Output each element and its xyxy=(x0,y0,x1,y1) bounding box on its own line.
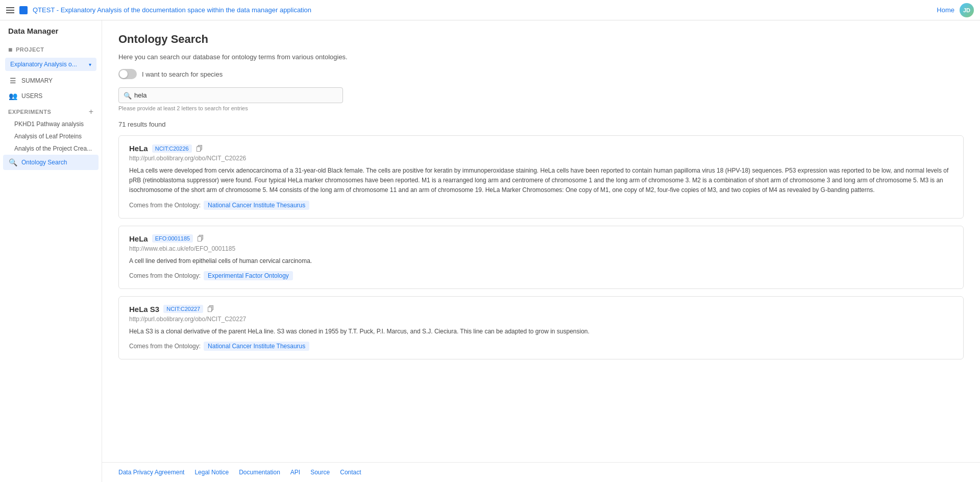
result-description-0: HeLa cells were developed from cervix ad… xyxy=(129,166,953,196)
result-url-1: http://www.ebi.ac.uk/efo/EFO_0001185 xyxy=(129,245,953,252)
search-icon: 🔍 xyxy=(124,91,132,99)
search-hint: Please provide at least 2 letters to sea… xyxy=(118,105,964,111)
sidebar: Data Manager ■ PROJECT Explanatory Analy… xyxy=(0,20,102,482)
ontology-link-2[interactable]: National Cancer Institute Thesaurus xyxy=(204,342,309,351)
result-name-1: HeLa xyxy=(129,234,148,243)
footer-link-3[interactable]: API xyxy=(290,469,300,476)
ontology-link-1[interactable]: Experimental Factor Ontology xyxy=(204,271,293,280)
app-title: Data Manager xyxy=(0,27,102,41)
layout: Data Manager ■ PROJECT Explanatory Analy… xyxy=(0,20,980,482)
search-icon: 🔍 xyxy=(8,158,17,166)
species-toggle[interactable] xyxy=(118,69,137,79)
home-link[interactable]: Home xyxy=(937,6,954,14)
sidebar-item-pkhd1[interactable]: PKHD1 Pathway analysis xyxy=(0,118,102,130)
ontology-prefix-2: Comes from the Ontology: xyxy=(129,343,201,350)
footer-link-0[interactable]: Data Privacy Agreement xyxy=(118,469,184,476)
avatar[interactable]: JD xyxy=(960,3,974,17)
search-box-wrap: 🔍 xyxy=(118,87,964,103)
add-experiment-button[interactable]: + xyxy=(89,108,93,116)
footer-link-2[interactable]: Documentation xyxy=(239,469,280,476)
result-name-0: HeLa xyxy=(129,144,148,153)
result-card-0: HeLa NCIT:C20226 🗍 http://purl.obolibrar… xyxy=(118,135,964,219)
footer-link-4[interactable]: Source xyxy=(310,469,330,476)
toggle-label: I want to search for species xyxy=(142,70,223,78)
page-title: Ontology Search xyxy=(118,33,964,46)
document-icon xyxy=(19,6,28,14)
result-card-2: HeLa S3 NCIT:C20227 🗍 http://purl.obolib… xyxy=(118,296,964,359)
sidebar-item-ontology-search[interactable]: 🔍 Ontology Search xyxy=(3,155,99,170)
result-card-header-1: HeLa EFO:0001185 🗍 xyxy=(129,234,953,243)
result-badge-2[interactable]: NCIT:C20227 xyxy=(163,305,203,313)
page-description: Here you can search our database for ont… xyxy=(118,53,964,61)
result-card-header-2: HeLa S3 NCIT:C20227 🗍 xyxy=(129,305,953,314)
results-count: 71 results found xyxy=(118,120,964,128)
result-url-0: http://purl.obolibrary.org/obo/NCIT_C202… xyxy=(129,155,953,162)
result-ontology-row-1: Comes from the Ontology: Experimental Fa… xyxy=(129,271,953,280)
sidebar-item-leaf-proteins[interactable]: Analysis of Leaf Proteins xyxy=(0,130,102,142)
hamburger-icon[interactable] xyxy=(6,7,14,13)
result-badge-0[interactable]: NCIT:C20226 xyxy=(152,144,192,153)
result-ontology-row-0: Comes from the Ontology: National Cancer… xyxy=(129,201,953,210)
chevron-down-icon: ▾ xyxy=(89,62,91,67)
topbar-title: QTEST - Explanatory Analysis of the docu… xyxy=(33,6,932,14)
footer: Data Privacy Agreement Legal Notice Docu… xyxy=(102,462,980,482)
project-selector[interactable]: Explanatory Analysis o... ▾ xyxy=(5,58,96,71)
project-name: Explanatory Analysis o... xyxy=(10,61,77,68)
toggle-knob xyxy=(119,70,128,78)
search-input[interactable] xyxy=(118,87,343,103)
result-ontology-row-2: Comes from the Ontology: National Cancer… xyxy=(129,342,953,351)
result-card-header-0: HeLa NCIT:C20226 🗍 xyxy=(129,144,953,153)
sidebar-item-project-crea[interactable]: Analyis of the Project Crea... xyxy=(0,142,102,155)
result-badge-1[interactable]: EFO:0001185 xyxy=(152,234,193,243)
main-content: Ontology Search Here you can search our … xyxy=(102,20,980,462)
species-toggle-row: I want to search for species xyxy=(118,69,964,79)
sidebar-item-users[interactable]: 👥 USERS xyxy=(0,88,102,104)
copy-icon-1[interactable]: 🗍 xyxy=(197,234,204,243)
copy-icon-0[interactable]: 🗍 xyxy=(196,144,203,153)
ontology-link-0[interactable]: National Cancer Institute Thesaurus xyxy=(204,201,309,210)
copy-icon-2[interactable]: 🗍 xyxy=(207,305,214,313)
users-label: USERS xyxy=(21,92,42,100)
result-name-2: HeLa S3 xyxy=(129,305,159,314)
summary-label: SUMMARY xyxy=(21,77,53,84)
footer-link-1[interactable]: Legal Notice xyxy=(194,469,229,476)
summary-icon: ☰ xyxy=(8,77,17,85)
result-description-1: A cell line derived from epithelial cell… xyxy=(129,256,953,266)
experiments-section-header: EXPERIMENTS + xyxy=(0,104,102,118)
experiments-label: EXPERIMENTS xyxy=(8,109,51,115)
footer-link-5[interactable]: Contact xyxy=(340,469,361,476)
ontology-prefix-0: Comes from the Ontology: xyxy=(129,202,201,209)
users-icon: 👥 xyxy=(8,92,17,100)
topbar: QTEST - Explanatory Analysis of the docu… xyxy=(0,0,980,20)
project-section-label: ■ PROJECT xyxy=(0,41,102,56)
result-url-2: http://purl.obolibrary.org/obo/NCIT_C202… xyxy=(129,316,953,323)
ontology-search-label: Ontology Search xyxy=(21,159,67,166)
result-card-1: HeLa EFO:0001185 🗍 http://www.ebi.ac.uk/… xyxy=(118,226,964,289)
sidebar-item-summary[interactable]: ☰ SUMMARY xyxy=(0,73,102,88)
ontology-prefix-1: Comes from the Ontology: xyxy=(129,272,201,279)
result-description-2: HeLa S3 is a clonal derivative of the pa… xyxy=(129,327,953,336)
